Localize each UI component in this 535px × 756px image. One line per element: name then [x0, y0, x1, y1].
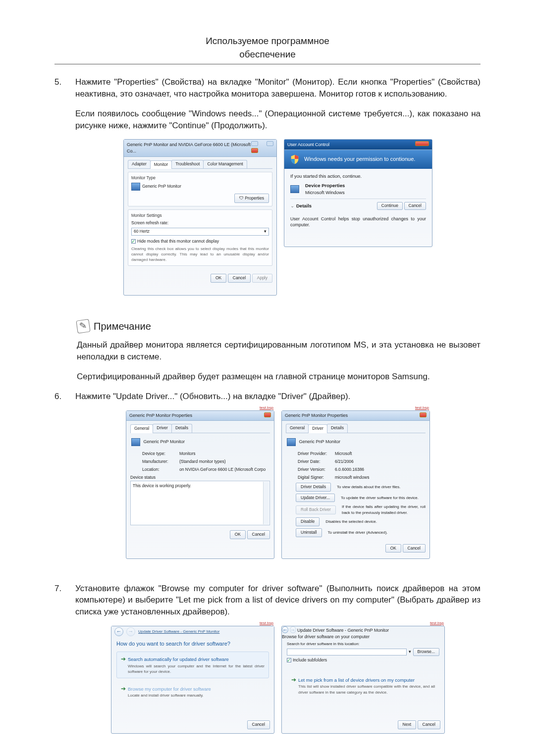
next-button[interactable]: Next: [398, 720, 416, 729]
back-icon[interactable]: ←: [282, 626, 288, 633]
annotation-red: test.bsp: [415, 405, 429, 410]
chevron-down-icon[interactable]: ⌄: [290, 202, 294, 209]
option-browse-my-computer[interactable]: ➔Browse my computer for driver software …: [116, 681, 269, 702]
continue-button[interactable]: Continue: [377, 202, 403, 210]
cancel-button[interactable]: Cancel: [404, 202, 426, 210]
doc-header: Используемое программное обеспечение: [54, 35, 481, 61]
step6-para1: Нажмите "Update Driver..." (Обновить...)…: [75, 391, 481, 403]
roll-back-driver-button[interactable]: Roll Back Driver: [296, 505, 336, 514]
tab-driver[interactable]: Driver: [153, 424, 172, 433]
step7-figure-row: test.bsp ← → Update Driver Software - Ge…: [75, 626, 481, 734]
tab-color-management[interactable]: Color Management: [203, 160, 247, 169]
uac-headline: Windows needs your permission to contion…: [304, 155, 415, 163]
tab-troubleshoot[interactable]: Troubleshoot: [171, 160, 204, 169]
include-subfolders-checkbox[interactable]: [287, 658, 291, 662]
opt2-title: Browse my computer for driver software: [128, 686, 211, 692]
tab-general[interactable]: General: [286, 424, 309, 433]
option-search-automatically[interactable]: ➔Search automatically for updated driver…: [116, 652, 269, 678]
ok-button[interactable]: OK: [211, 274, 226, 283]
driver-details-desc: To view details about the driver files.: [337, 484, 426, 490]
header-rule: [54, 64, 481, 64]
monitor-type-label: Monitor Type: [131, 175, 269, 181]
shield-icon: [289, 154, 300, 165]
close-icon[interactable]: [251, 148, 258, 153]
note-header: ✎ Примечание: [77, 319, 481, 333]
update-driver-button[interactable]: Update Driver...: [296, 494, 335, 503]
annotation-red: test.bsp: [260, 620, 273, 626]
include-subfolders-label: Include subfolders: [293, 657, 327, 662]
tab-adapter[interactable]: Adapter: [128, 160, 151, 169]
maximize-icon[interactable]: [267, 141, 273, 146]
search-location-input[interactable]: [287, 649, 407, 655]
annotation-red: test.bsp: [260, 405, 273, 410]
opt2-desc: Locate and install driver software manua…: [128, 693, 265, 698]
step5-para1: Нажмите "Properties" (Свойства) на вклад…: [75, 76, 481, 100]
device-status-text: This device is working properly.: [133, 483, 191, 488]
step6-figure-row: test.bsp Generic PnP Monitor Properties …: [75, 410, 481, 559]
arrow-icon: ➔: [121, 655, 126, 662]
disable-button[interactable]: Disable: [296, 517, 320, 526]
driver-date-label: Driver Date:: [298, 459, 335, 465]
cancel-button[interactable]: Cancel: [247, 530, 270, 539]
pnp-general-name: Generic PnP Monitor: [144, 439, 185, 444]
ok-button[interactable]: OK: [385, 544, 401, 553]
uac-if-started: If you started this action, continue.: [290, 173, 426, 179]
hide-modes-checkbox[interactable]: [131, 239, 136, 244]
cancel-button[interactable]: Cancel: [228, 274, 251, 283]
close-icon[interactable]: [264, 412, 271, 417]
chevron-down-icon[interactable]: ▾: [409, 649, 411, 655]
roll-back-driver-desc: If the device fails after updating the d…: [342, 504, 426, 515]
driver-details-button[interactable]: Driver Details: [296, 483, 331, 492]
close-icon[interactable]: [420, 412, 427, 417]
scrollbar[interactable]: [263, 482, 269, 524]
browse-button[interactable]: Browse...: [413, 648, 439, 656]
option-let-me-pick[interactable]: ➔Let me pick from a list of device drive…: [287, 672, 439, 699]
monprops-titlebar: Generic PnP Monitor and NVIDIA GeForce 6…: [124, 140, 276, 156]
tab-details[interactable]: Details: [171, 424, 192, 433]
tab-details[interactable]: Details: [327, 424, 348, 433]
driver-provider-label: Driver Provider:: [298, 451, 335, 457]
annotation-red: test.bsp: [430, 620, 444, 626]
uac-details[interactable]: Details: [296, 202, 312, 209]
forward-icon: →: [126, 627, 135, 636]
chevron-down-icon: ▾: [264, 229, 267, 235]
uac-prog-name: Device Properties: [305, 182, 345, 189]
wizard-path: Update Driver Software - Generic PnP Mon…: [297, 628, 389, 633]
minimize-icon[interactable]: [251, 141, 258, 146]
digital-signer-value: microsoft windows: [335, 475, 426, 481]
uninstall-button[interactable]: Uninstall: [296, 528, 322, 537]
wizard-path: Update Driver Software - Generic PnP Mon…: [138, 629, 219, 634]
pnp-general-dialog: Generic PnP Monitor Properties General D…: [126, 410, 274, 559]
tab-driver[interactable]: Driver: [308, 424, 327, 433]
step5-figure-row: Generic PnP Monitor and NVIDIA GeForce 6…: [75, 139, 481, 296]
uac-titlebar: User Account Control: [284, 140, 432, 150]
note-para1: Данный драйвер монитора является сертифи…: [77, 339, 481, 363]
back-icon[interactable]: ←: [114, 627, 123, 636]
uac-title: User Account Control: [287, 142, 329, 148]
monprops-tabs: Adapter Monitor Troubleshoot Color Manag…: [128, 160, 272, 169]
close-icon[interactable]: [415, 141, 429, 146]
tab-monitor[interactable]: Monitor: [150, 160, 172, 169]
monitor-name: Generic PnP Monitor: [142, 184, 181, 189]
hide-modes-note: Clearing this check box allows you to se…: [131, 246, 269, 263]
ok-button[interactable]: OK: [230, 530, 246, 539]
monprops-title: Generic PnP Monitor and NVIDIA GeForce 6…: [127, 142, 251, 154]
cancel-button[interactable]: Cancel: [418, 720, 440, 729]
location-value: on NVIDIA GeForce 6600 LE (Microsoft Cor…: [179, 467, 270, 473]
driver-version-value: 6.0.6000.16386: [335, 467, 426, 473]
device-status-label: Device status: [130, 475, 270, 481]
refresh-rate-select[interactable]: 60 Hertz▾: [131, 228, 269, 236]
tab-general[interactable]: General: [130, 424, 153, 433]
update-driver-wizard-search: ← → Update Driver Software - Generic PnP…: [111, 626, 274, 734]
monitor-type-group: Monitor Type Generic PnP Monitor Propert…: [128, 172, 272, 206]
cancel-button[interactable]: Cancel: [403, 544, 426, 553]
pnp-driver-dialog: Generic PnP Monitor Properties General D…: [281, 410, 430, 559]
monitor-settings-label: Monitor Settings: [131, 213, 269, 219]
cancel-button[interactable]: Cancel: [247, 720, 270, 729]
step-number-5: 5.: [54, 76, 75, 309]
wizard-heading: How do you want to search for driver sof…: [111, 637, 274, 649]
apply-button[interactable]: Apply: [252, 274, 272, 283]
properties-button[interactable]: Properties: [234, 194, 269, 203]
monitor-icon: [287, 438, 296, 446]
step7-para1: Установите флажок "Browse my computer fo…: [75, 583, 481, 618]
